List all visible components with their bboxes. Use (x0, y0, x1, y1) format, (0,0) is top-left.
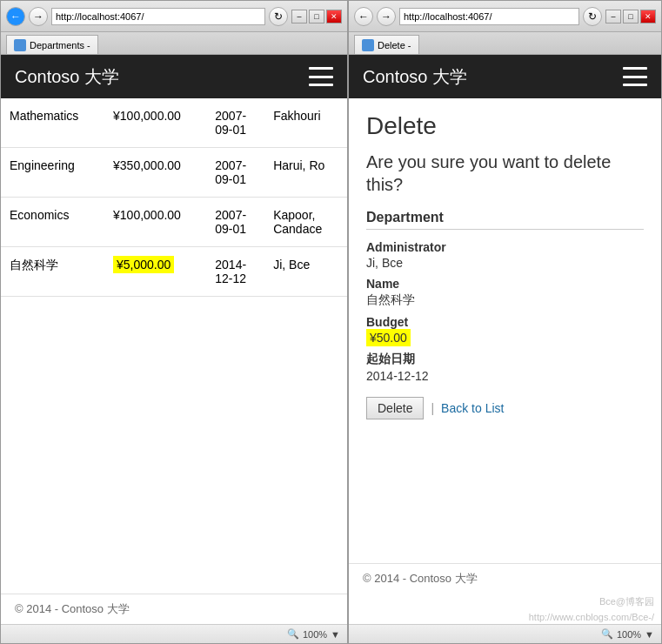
dept-name-cell: 自然科学 (1, 247, 104, 297)
right-tab-bar: Delete - (349, 32, 661, 55)
watermark-text-2: http://www.cnblogs.com/Bce-/ (529, 612, 654, 622)
field-administrator: Administrator Ji, Bce (366, 240, 644, 270)
left-footer: © 2014 - Contoso 大学 (1, 594, 347, 624)
dept-budget-cell: ¥350,000.00 (104, 148, 206, 198)
start-date-value: 2014-12-12 (366, 369, 644, 383)
left-tab-label: Departments - (30, 40, 90, 50)
right-footer: © 2014 - Contoso 大学 (349, 563, 661, 594)
separator: | (431, 401, 434, 415)
left-address-bar[interactable] (51, 8, 265, 25)
administrator-label: Administrator (366, 240, 644, 254)
dept-admin-cell: Kapoor,Candace (264, 198, 347, 247)
left-hamburger-menu[interactable] (309, 67, 333, 86)
left-tab[interactable]: Departments - (6, 35, 98, 54)
delete-button[interactable]: Delete (366, 397, 424, 419)
hamburger-line-1 (623, 67, 647, 70)
hamburger-line-2 (623, 76, 647, 78)
left-tab-icon (14, 39, 26, 51)
right-refresh-button[interactable]: ↻ (583, 7, 602, 26)
right-back-button[interactable]: ← (354, 7, 373, 26)
right-minimize-button[interactable]: – (605, 10, 621, 23)
right-zoom-icon: 🔍 (601, 628, 613, 640)
dept-name-cell: Mathematics (1, 98, 104, 148)
right-forward-button[interactable]: → (377, 7, 396, 26)
dept-budget-cell: ¥100,000.00 (104, 198, 206, 247)
left-refresh-button[interactable]: ↻ (269, 7, 288, 26)
left-app-title: Contoso 大学 (15, 65, 119, 89)
right-browser-window: ← → ↻ – □ ✕ Delete - Contoso 大学 Delete A… (348, 0, 662, 644)
right-address-bar[interactable] (399, 8, 579, 25)
right-app-title: Contoso 大学 (363, 65, 467, 89)
highlighted-budget: ¥5,000.00 (113, 256, 174, 273)
left-forward-button[interactable]: → (29, 7, 48, 26)
dept-admin-cell: Ji, Bce (264, 247, 347, 297)
left-main-content: Mathematics ¥100,000.00 2007-09-01 Fakho… (1, 98, 347, 594)
section-heading: Department (366, 210, 644, 230)
right-tab-icon (362, 39, 374, 51)
table-row: Engineering ¥350,000.00 2007-09-01 Harui… (1, 148, 347, 198)
left-zoom-level: 100% (303, 629, 327, 640)
dept-date-cell: 2007-09-01 (206, 198, 264, 247)
watermark-url: http://www.cnblogs.com/Bce-/ (349, 610, 661, 624)
dept-admin-cell: Harui, Ro (264, 148, 347, 198)
right-tab-label: Delete - (378, 40, 411, 50)
hamburger-line-2 (309, 76, 333, 78)
right-tab[interactable]: Delete - (354, 35, 419, 54)
hamburger-line-3 (309, 84, 333, 86)
watermark-area: Bce@博客园 (349, 594, 661, 610)
right-maximize-button[interactable]: □ (623, 10, 639, 23)
left-zoom-icon: 🔍 (287, 628, 299, 640)
dept-budget-cell-highlighted: ¥5,000.00 (104, 247, 206, 297)
table-row: 自然科学 ¥5,000.00 2014-12-12 Ji, Bce (1, 247, 347, 297)
right-footer-text: © 2014 - Contoso 大学 (363, 572, 478, 585)
left-close-button[interactable]: ✕ (326, 10, 342, 23)
page-title: Delete (366, 112, 644, 140)
left-status-bar: 🔍 100% ▼ (1, 624, 347, 643)
budget-label: Budget (366, 315, 644, 329)
field-budget: Budget ¥50.00 (366, 315, 644, 345)
start-date-label: 起始日期 (366, 352, 644, 367)
back-to-list-link[interactable]: Back to List (441, 401, 504, 415)
confirm-message: Are you sure you want to delete this? (366, 151, 644, 196)
dept-date-cell: 2007-09-01 (206, 148, 264, 198)
left-tab-bar: Departments - (1, 32, 347, 55)
right-close-button[interactable]: ✕ (640, 10, 656, 23)
right-hamburger-menu[interactable] (623, 67, 647, 86)
table-row: Mathematics ¥100,000.00 2007-09-01 Fakho… (1, 98, 347, 148)
left-back-button[interactable]: ← (6, 7, 25, 26)
hamburger-line-3 (623, 84, 647, 86)
field-name: Name 自然科学 (366, 277, 644, 308)
dept-budget-cell: ¥100,000.00 (104, 98, 206, 148)
administrator-value: Ji, Bce (366, 256, 644, 270)
left-zoom-dropdown[interactable]: ▼ (331, 629, 340, 640)
watermark-text-1: Bce@博客园 (599, 596, 654, 607)
field-start-date: 起始日期 2014-12-12 (366, 352, 644, 383)
departments-table: Mathematics ¥100,000.00 2007-09-01 Fakho… (1, 98, 347, 297)
budget-highlighted: ¥50.00 (366, 329, 411, 346)
action-row: Delete | Back to List (366, 397, 644, 419)
right-status-bar: 🔍 100% ▼ (349, 624, 661, 643)
left-footer-text: © 2014 - Contoso 大学 (15, 602, 130, 615)
right-zoom-level: 100% (617, 629, 641, 640)
dept-name-cell: Engineering (1, 148, 104, 198)
dept-name-cell: Economics (1, 198, 104, 247)
left-minimize-button[interactable]: – (291, 10, 307, 23)
dept-date-cell: 2007-09-01 (206, 98, 264, 148)
hamburger-line-1 (309, 67, 333, 70)
left-chrome-bar: ← → ↻ – □ ✕ (1, 1, 347, 32)
left-maximize-button[interactable]: □ (309, 10, 324, 23)
dept-admin-cell: Fakhouri (264, 98, 347, 148)
name-value: 自然科学 (366, 292, 644, 308)
name-label: Name (366, 277, 644, 291)
left-app-header: Contoso 大学 (1, 55, 347, 98)
budget-value: ¥50.00 (366, 331, 644, 345)
right-main-content: Delete Are you sure you want to delete t… (349, 98, 661, 563)
left-browser-window: ← → ↻ – □ ✕ Departments - Contoso 大学 (0, 0, 348, 644)
dept-date-cell: 2014-12-12 (206, 247, 264, 297)
right-app-header: Contoso 大学 (349, 55, 661, 98)
table-row: Economics ¥100,000.00 2007-09-01 Kapoor,… (1, 198, 347, 247)
right-zoom-dropdown[interactable]: ▼ (645, 629, 654, 640)
right-chrome-bar: ← → ↻ – □ ✕ (349, 1, 661, 32)
